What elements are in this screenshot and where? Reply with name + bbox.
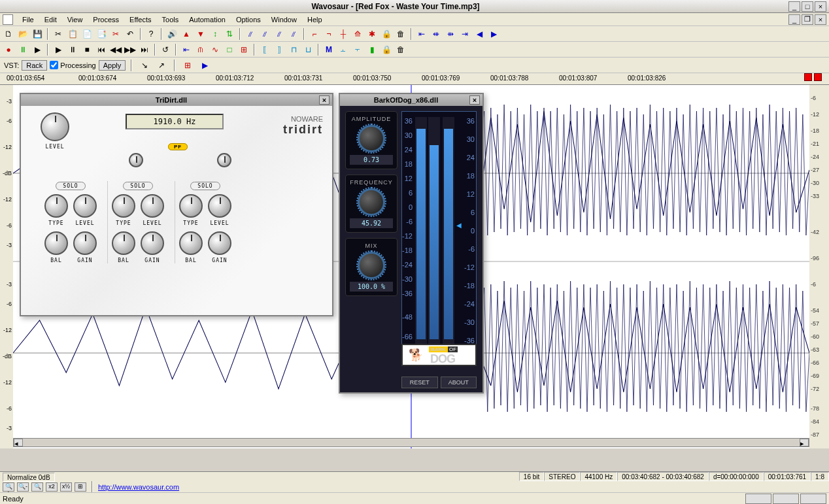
bod-amplitude-knob[interactable] bbox=[358, 125, 385, 152]
interp-lock-button[interactable]: 🔒 bbox=[379, 43, 394, 56]
mdi-restore-button[interactable]: ❐ bbox=[802, 14, 813, 25]
menu-view[interactable]: View bbox=[62, 14, 88, 25]
sel-3-button[interactable]: ∿ bbox=[208, 43, 222, 56]
nav-4-button[interactable]: ⇥ bbox=[458, 27, 472, 41]
menu-file[interactable]: File bbox=[17, 14, 39, 25]
interp-2-button[interactable]: ⫟ bbox=[350, 43, 365, 56]
timeline-ruler[interactable]: 00:01:03:654 00:01:03:674 00:01:03:693 0… bbox=[0, 73, 829, 85]
rewind-button[interactable]: ⏮ bbox=[94, 43, 109, 56]
interp-1-button[interactable]: ⫠ bbox=[336, 43, 350, 56]
vst-tool-4[interactable]: ▶ bbox=[197, 59, 212, 72]
region-3-button[interactable]: ⊓ bbox=[286, 43, 301, 56]
vst-tool-1[interactable]: ↘ bbox=[137, 59, 152, 72]
band3-solo-button[interactable]: SOLO bbox=[190, 182, 220, 190]
bod-frequency-knob[interactable] bbox=[358, 188, 385, 216]
nav-3-button[interactable]: ⇻ bbox=[443, 27, 458, 41]
menu-automation[interactable]: Automation bbox=[184, 14, 231, 25]
marker-mid-button[interactable]: ┼ bbox=[336, 27, 350, 41]
resize-grip-3[interactable] bbox=[800, 494, 826, 504]
trim-pointer-icon[interactable]: ◀ bbox=[456, 222, 462, 229]
back-button[interactable]: ◀◀ bbox=[109, 43, 123, 56]
plugin-tridirt-window[interactable]: TriDirt.dll × LEVEL 1910.0 Hz NOWARE tri… bbox=[20, 93, 333, 316]
menu-window[interactable]: Window bbox=[266, 14, 302, 25]
menu-help[interactable]: Help bbox=[302, 14, 328, 25]
band3-level-knob[interactable] bbox=[208, 194, 231, 218]
paste-mix-button[interactable]: 📑 bbox=[94, 27, 109, 41]
band1-bal-knob[interactable] bbox=[44, 231, 68, 255]
fade-4-button[interactable]: ⫽ bbox=[286, 27, 301, 41]
paste-button[interactable]: 📄 bbox=[80, 27, 94, 41]
tridirt-freq-knob-2[interactable] bbox=[217, 153, 231, 167]
band1-type-knob[interactable] bbox=[44, 194, 68, 218]
interp-3-button[interactable]: ▮ bbox=[365, 43, 379, 56]
mdi-minimize-button[interactable]: _ bbox=[788, 14, 800, 25]
processing-check[interactable] bbox=[50, 61, 58, 69]
region-1-button[interactable]: ⟦ bbox=[258, 43, 272, 56]
marker-del-button[interactable]: ✱ bbox=[365, 27, 379, 41]
bod-reset-button[interactable]: RESET bbox=[401, 377, 438, 388]
vst-apply-button[interactable]: Apply bbox=[99, 60, 126, 71]
scroll-right-button[interactable]: ▸ bbox=[800, 439, 809, 446]
nav-play-button[interactable]: ▶ bbox=[486, 27, 501, 41]
band3-bal-knob[interactable] bbox=[179, 231, 203, 255]
zoom-sel-button[interactable]: 🔍 bbox=[31, 482, 43, 492]
band1-gain-knob[interactable] bbox=[73, 231, 97, 255]
speaker-button[interactable]: 🔊 bbox=[165, 27, 179, 41]
plugin-tridirt-close-button[interactable]: × bbox=[319, 95, 330, 105]
wavosaur-link[interactable]: http://www.wavosaur.com bbox=[98, 483, 179, 491]
zoom-half-button[interactable]: x½ bbox=[60, 482, 72, 492]
plugin-tridirt-titlebar[interactable]: TriDirt.dll × bbox=[21, 94, 332, 106]
cut-button[interactable]: ✂ bbox=[51, 27, 65, 41]
tridirt-master-level-knob[interactable] bbox=[41, 112, 69, 141]
fade-3-button[interactable]: ⫽ bbox=[272, 27, 286, 41]
pause-button[interactable]: ⏸ bbox=[65, 43, 80, 56]
marker-m-button[interactable]: M bbox=[322, 43, 336, 56]
minimize-button[interactable]: _ bbox=[788, 1, 800, 12]
plugin-barkofdog-window[interactable]: BarkOfDog_x86.dll × AMPLITUDE 0.73 FREQU… bbox=[339, 93, 484, 394]
nav-2-button[interactable]: ⇺ bbox=[429, 27, 443, 41]
copy-button[interactable]: 📋 bbox=[65, 27, 80, 41]
vst-processing-checkbox[interactable]: Processing bbox=[50, 61, 95, 69]
region-4-button[interactable]: ⊔ bbox=[301, 43, 315, 56]
volume-up-button[interactable]: ▲ bbox=[179, 27, 194, 41]
scrollbar-horizontal[interactable]: ◂ ▸ bbox=[13, 438, 809, 447]
marker-loop-button[interactable]: ⟰ bbox=[350, 27, 365, 41]
sel-1-button[interactable]: ⇤ bbox=[179, 43, 194, 56]
normalize-button[interactable]: ↕ bbox=[208, 27, 222, 41]
sel-2-button[interactable]: ⫙ bbox=[194, 43, 208, 56]
band1-solo-button[interactable]: SOLO bbox=[56, 182, 85, 190]
marker-start-button[interactable]: ⌐ bbox=[307, 27, 322, 41]
sel-4-button[interactable]: □ bbox=[222, 43, 237, 56]
maximize-button[interactable]: □ bbox=[802, 1, 813, 12]
band2-level-knob[interactable] bbox=[141, 194, 164, 218]
record-pause-button[interactable]: ⏸ bbox=[16, 43, 30, 56]
zoom-in-button[interactable]: 🔍+ bbox=[3, 482, 14, 492]
tridirt-pf-badge[interactable]: PF bbox=[168, 143, 188, 150]
band2-solo-button[interactable]: SOLO bbox=[123, 182, 152, 190]
menu-tools[interactable]: Tools bbox=[157, 14, 184, 25]
plugin-barkofdog-close-button[interactable]: × bbox=[469, 95, 480, 105]
plugin-barkofdog-titlebar[interactable]: BarkOfDog_x86.dll × bbox=[340, 94, 482, 106]
band3-gain-knob[interactable] bbox=[208, 231, 231, 255]
menu-process[interactable]: Process bbox=[88, 14, 124, 25]
bod-about-button[interactable]: ABOUT bbox=[441, 377, 477, 388]
band1-level-knob[interactable] bbox=[73, 194, 97, 218]
lock-button[interactable]: 🔒 bbox=[379, 27, 394, 41]
zoom-x2-button[interactable]: x2 bbox=[46, 482, 58, 492]
play-button[interactable]: ▶ bbox=[51, 43, 65, 56]
band3-type-knob[interactable] bbox=[179, 194, 203, 218]
nav-1-button[interactable]: ⇤ bbox=[414, 27, 429, 41]
undo-button[interactable]: ↶ bbox=[123, 27, 137, 41]
vst-rack-button[interactable]: Rack bbox=[22, 60, 47, 71]
scroll-left-button[interactable]: ◂ bbox=[14, 439, 23, 446]
properties-button[interactable]: ? bbox=[144, 27, 158, 41]
nav-prev-button[interactable]: ◀ bbox=[472, 27, 486, 41]
tridirt-freq-knob-1[interactable] bbox=[129, 153, 143, 167]
band2-type-knob[interactable] bbox=[112, 194, 135, 218]
close-button[interactable]: × bbox=[815, 1, 826, 12]
open-button[interactable]: 📂 bbox=[16, 27, 30, 41]
interp-del-button[interactable]: 🗑 bbox=[394, 43, 408, 56]
crop-button[interactable]: ✂ bbox=[109, 27, 123, 41]
resize-grip-2[interactable] bbox=[773, 494, 799, 504]
record-button[interactable]: ● bbox=[1, 43, 16, 56]
